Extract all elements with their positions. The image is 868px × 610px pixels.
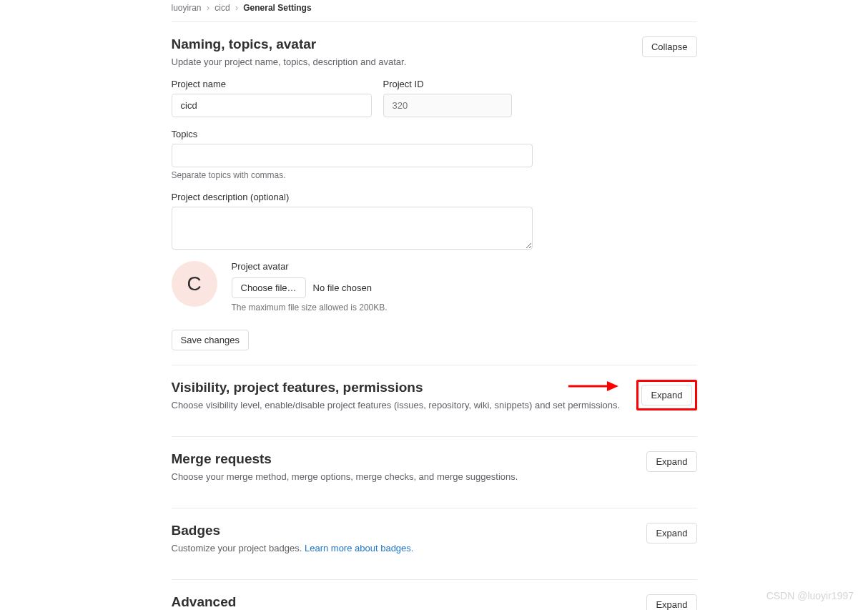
badges-learn-more-link[interactable]: Learn more about badges. [305,543,414,554]
breadcrumb: luoyiran › cicd › General Settings [172,0,697,22]
section-desc-naming: Update your project name, topics, descri… [172,56,407,67]
topics-label: Topics [172,129,533,139]
section-desc-merge: Choose your merge method, merge options,… [172,471,518,482]
annotation-arrow-icon [568,378,618,395]
section-title-merge: Merge requests [172,451,518,467]
avatar-label: Project avatar [232,261,388,272]
project-name-input[interactable] [172,94,372,117]
breadcrumb-current: General Settings [243,3,311,13]
section-desc-visibility: Choose visibility level, enable/disable … [172,400,621,410]
section-title-visibility: Visibility, project features, permission… [172,380,621,395]
expand-button-badges[interactable]: Expand [646,523,696,543]
expand-button-visibility[interactable]: Expand [641,385,691,405]
section-visibility: Visibility, project features, permission… [172,365,697,437]
breadcrumb-separator: › [235,3,238,13]
description-textarea[interactable] [172,207,533,250]
project-id-label: Project ID [383,79,512,89]
avatar: C [172,261,217,307]
annotation-highlight-box: Expand [636,380,696,410]
section-naming: Naming, topics, avatar Update your proje… [172,22,697,365]
avatar-letter: C [187,272,201,295]
save-changes-button[interactable]: Save changes [172,330,249,350]
expand-button-advanced[interactable]: Expand [646,594,696,610]
section-desc-badges: Customize your project badges. Learn mor… [172,543,414,554]
watermark: CSDN @luoyir1997 [766,590,854,601]
project-id-input [383,94,512,117]
expand-button-merge[interactable]: Expand [646,451,696,472]
breadcrumb-item-user[interactable]: luoyiran [172,3,202,13]
section-title-badges: Badges [172,523,414,538]
svg-marker-1 [607,381,618,391]
file-size-help: The maximum file size allowed is 200KB. [232,302,388,313]
breadcrumb-separator: › [207,3,209,13]
description-label: Project description (optional) [172,192,533,202]
topics-input[interactable] [172,144,533,167]
choose-file-button[interactable]: Choose file… [232,277,306,298]
section-badges: Badges Customize your project badges. Le… [172,508,697,580]
section-advanced: Advanced Housekeeping, export, path, tra… [172,580,697,610]
section-title-advanced: Advanced [172,594,395,610]
file-status: No file chosen [313,282,372,293]
breadcrumb-item-project[interactable]: cicd [214,3,230,13]
project-name-label: Project name [172,79,372,89]
section-title-naming: Naming, topics, avatar [172,36,407,52]
collapse-button-naming[interactable]: Collapse [642,36,697,57]
topics-help: Separate topics with commas. [172,170,533,180]
section-merge: Merge requests Choose your merge method,… [172,437,697,508]
